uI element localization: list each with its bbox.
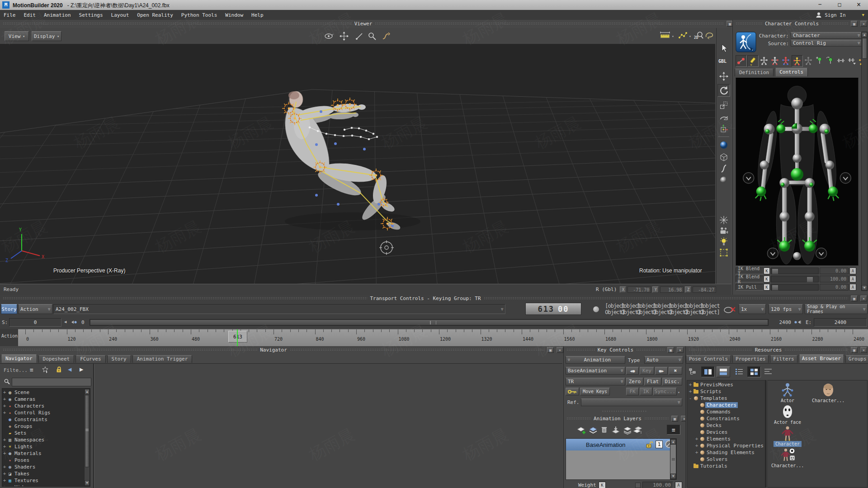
navigator-close-icon[interactable]: × bbox=[557, 347, 563, 353]
character-select[interactable]: Character▽ bbox=[791, 32, 862, 39]
asset-tree-item[interactable]: Commands bbox=[687, 408, 765, 415]
asset-item[interactable]: Actor face bbox=[769, 404, 806, 425]
scene-tree-item[interactable]: + ✦ Control Rigs bbox=[2, 409, 90, 416]
scene-tree-item[interactable]: + ▤ Videos bbox=[2, 484, 90, 487]
menu-item[interactable]: Help bbox=[251, 12, 264, 18]
move-keys-button[interactable]: Move Keys bbox=[580, 388, 610, 395]
ik-slider[interactable] bbox=[771, 284, 819, 291]
asset-tree-item[interactable]: + PrevisMoves bbox=[687, 381, 765, 388]
splitter-dots[interactable] bbox=[602, 410, 647, 412]
asset-tree-item[interactable]: Devices bbox=[687, 429, 765, 436]
lasso-select-icon[interactable] bbox=[704, 31, 714, 42]
range-spinner-icon[interactable] bbox=[793, 319, 803, 326]
z-axis-value[interactable]: -84.27 bbox=[693, 286, 716, 293]
navigator-tab[interactable]: Animation Trigger bbox=[132, 355, 193, 363]
auto-key-button[interactable]: A bbox=[849, 284, 856, 291]
transport-restore-icon[interactable]: ▣ bbox=[851, 296, 858, 301]
character-model[interactable] bbox=[282, 91, 420, 231]
display-menu-button[interactable]: Display▾ bbox=[32, 31, 61, 41]
viewport-3d[interactable]: Y X Z Producer Perspective (X-Ray) Rotat… bbox=[0, 44, 715, 284]
character-representation-button[interactable] bbox=[736, 32, 756, 52]
pan-camera-icon[interactable] bbox=[339, 31, 350, 42]
asset-tree-item[interactable]: Tutorials bbox=[687, 463, 765, 469]
orbit-camera-icon[interactable] bbox=[324, 31, 335, 42]
asset-tree-item[interactable]: + Physical Properties bbox=[687, 442, 765, 449]
list-options-icon[interactable]: ≡ bbox=[30, 366, 33, 373]
scale-tool-icon[interactable] bbox=[719, 100, 729, 110]
current-frame-box[interactable]: 613 bbox=[228, 331, 247, 343]
channels-select[interactable]: TR▽ bbox=[566, 378, 625, 385]
snap-mode-select[interactable]: Snap & Play on Frames▽ bbox=[805, 304, 868, 314]
resources-tab[interactable]: Filters bbox=[770, 355, 797, 363]
ik-slider[interactable] bbox=[771, 267, 819, 274]
split-vertical-button[interactable] bbox=[701, 366, 715, 377]
flat-button[interactable]: Flat bbox=[644, 378, 661, 385]
navigator-tab[interactable]: Dopesheet bbox=[38, 355, 75, 363]
asset-tree-item[interactable]: - Templates bbox=[687, 395, 765, 402]
key-icon-button[interactable] bbox=[566, 388, 579, 395]
type-select[interactable]: Auto▽ bbox=[644, 356, 683, 364]
menu-item[interactable]: Layout bbox=[111, 12, 129, 18]
next-key-button[interactable]: ●▶ bbox=[655, 367, 668, 375]
scene-tree-item[interactable]: + ▦ Textures bbox=[2, 477, 90, 484]
playhead[interactable] bbox=[237, 329, 238, 346]
pen-icon[interactable] bbox=[747, 55, 759, 67]
zoom-camera-icon[interactable] bbox=[354, 31, 365, 42]
asset-item[interactable]: Character... bbox=[810, 382, 846, 404]
asset-tree-item[interactable]: + Shading Elements bbox=[687, 449, 765, 456]
translation-manipulator-icon[interactable] bbox=[719, 124, 729, 134]
previous-key-button[interactable]: ◀● bbox=[626, 367, 639, 375]
keyframe-display-icon[interactable] bbox=[677, 31, 689, 42]
magnifier-icon[interactable] bbox=[367, 31, 378, 42]
pin-pair-icon[interactable] bbox=[835, 55, 846, 66]
navigator-restore-icon[interactable]: ▣ bbox=[547, 347, 554, 353]
resources-restore-icon[interactable]: ▣ bbox=[851, 347, 858, 353]
range-end-value[interactable]: 2400 bbox=[771, 319, 791, 325]
scene-tree-scrollbar[interactable]: ▲ ▼ bbox=[84, 389, 90, 486]
navigator-tab[interactable]: Navigator bbox=[1, 354, 37, 363]
camera-create-icon[interactable] bbox=[719, 226, 729, 236]
timeline-scrollbar[interactable] bbox=[90, 319, 769, 326]
favorites-icon[interactable] bbox=[42, 366, 50, 374]
go-to-end-button[interactable]: [object Object] bbox=[703, 305, 717, 314]
pin-translate-icon[interactable] bbox=[814, 55, 824, 66]
panel-restore-icon[interactable]: ▣ bbox=[851, 21, 858, 27]
translate-tool-icon[interactable] bbox=[719, 71, 729, 81]
scene-tree-item[interactable]: + ✦ Characters bbox=[2, 403, 90, 409]
scene-tree-item[interactable]: + ◍ Scene bbox=[2, 389, 90, 396]
navigator-tab[interactable]: Story bbox=[107, 355, 131, 363]
weight-value-field[interactable]: 100.00 bbox=[642, 482, 673, 488]
move-layer-down-icon[interactable] bbox=[632, 426, 642, 435]
search-input[interactable] bbox=[12, 378, 91, 386]
playback-speed-select[interactable]: 1x▽ bbox=[739, 304, 766, 314]
minimize-button[interactable]: − bbox=[811, 0, 830, 10]
resources-tab[interactable]: Properties bbox=[732, 355, 769, 363]
auto-key-button[interactable]: A bbox=[849, 267, 856, 274]
keying-group-select[interactable]: ▽Animation bbox=[566, 356, 625, 364]
character-controls-scrollbar[interactable]: ▲ ▼ bbox=[861, 32, 868, 291]
layer-solo-badge[interactable]: 1 bbox=[656, 441, 663, 448]
floor-target-icon[interactable] bbox=[379, 240, 394, 255]
skeleton-dim-icon[interactable] bbox=[803, 55, 814, 66]
asset-item[interactable]: Character... bbox=[769, 447, 806, 469]
lock-icon[interactable] bbox=[55, 366, 62, 373]
kc-close-icon[interactable]: × bbox=[677, 347, 684, 353]
split-horizontal-button[interactable] bbox=[717, 366, 730, 377]
layer-select[interactable]: BaseAnimation▽ bbox=[566, 367, 625, 375]
model-cube-icon[interactable] bbox=[719, 152, 729, 162]
resources-close-icon[interactable]: × bbox=[860, 347, 867, 353]
al-restore-icon[interactable]: ▣ bbox=[671, 416, 678, 422]
view-menu-button[interactable]: View▾ bbox=[5, 31, 29, 41]
take-field[interactable]: A24_002_FBX▽ bbox=[53, 304, 505, 314]
weight-slider-box[interactable] bbox=[635, 483, 641, 488]
scene-tree-item[interactable]: + ● Materials bbox=[2, 450, 90, 457]
tab-controls[interactable]: Controls bbox=[775, 68, 808, 76]
grid-view-button[interactable] bbox=[747, 366, 761, 377]
auto-key-button[interactable]: A bbox=[849, 276, 856, 282]
list-view-icon[interactable] bbox=[735, 367, 745, 376]
weight-key-button[interactable]: K bbox=[599, 482, 606, 488]
ik-value[interactable]: 0.00 bbox=[820, 284, 849, 291]
reference-select[interactable]: ▽ bbox=[581, 399, 682, 406]
rotate-tool-icon[interactable] bbox=[717, 84, 730, 97]
keys-caret-icon[interactable]: ▾ bbox=[689, 34, 691, 38]
